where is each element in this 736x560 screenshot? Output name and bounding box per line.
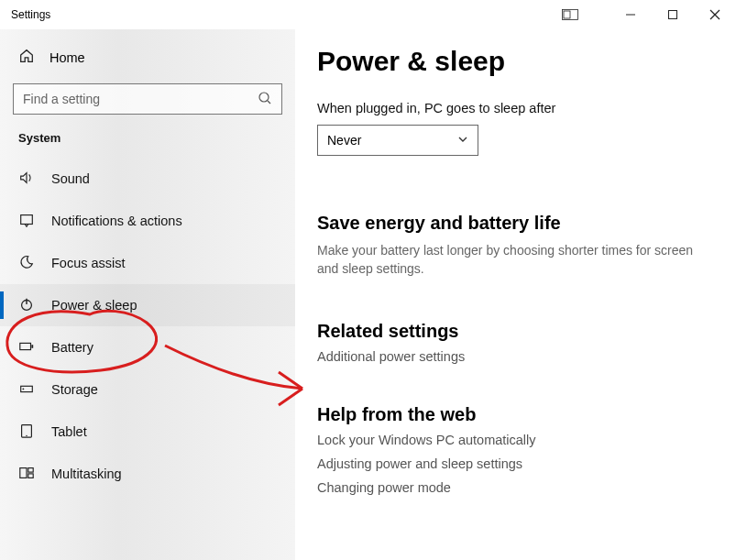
sleep-label: When plugged in, PC goes to sleep after (317, 101, 714, 115)
sidebar-item-label: Notifications & actions (51, 214, 182, 228)
sidebar-item-label: Power & sleep (51, 298, 137, 313)
multitask-icon (18, 465, 35, 484)
sidebar-item-label: Multitasking (51, 467, 122, 481)
maximize-button[interactable] (652, 0, 694, 29)
sidebar-item-battery[interactable]: Battery (0, 326, 295, 368)
content-pane: Power & sleep When plugged in, PC goes t… (295, 29, 736, 560)
sidebar-item-storage[interactable]: Storage (0, 368, 295, 411)
svg-rect-18 (28, 467, 33, 471)
svg-line-7 (268, 101, 270, 104)
titlebar: Settings (0, 0, 736, 29)
tablet-icon (18, 423, 35, 442)
sidebar-item-sound[interactable]: Sound (0, 158, 295, 200)
sleep-dropdown[interactable]: Never (317, 125, 478, 156)
sidebar-item-label: Storage (51, 382, 98, 397)
power-icon (18, 296, 35, 315)
svg-rect-17 (20, 467, 27, 478)
sidebar-item-multitasking[interactable]: Multitasking (0, 453, 295, 495)
volume-icon (18, 170, 35, 189)
svg-rect-8 (21, 214, 33, 224)
battery-icon (18, 338, 35, 357)
notification-icon (18, 212, 35, 231)
help-link-lock-pc[interactable]: Lock your Windows PC automatically (317, 433, 714, 447)
sidebar-item-tablet[interactable]: Tablet (0, 411, 295, 453)
minimize-button[interactable] (610, 0, 652, 29)
help-link-power-mode[interactable]: Changing power mode (317, 480, 714, 495)
related-heading: Related settings (317, 321, 714, 342)
help-heading: Help from the web (317, 404, 714, 425)
page-heading: Power & sleep (317, 46, 714, 77)
related-link-additional-power[interactable]: Additional power settings (317, 349, 714, 364)
sidebar: Home Find a setting System Sound Notific… (0, 29, 295, 560)
section-label: System (0, 126, 295, 158)
sidebar-item-focus-assist[interactable]: Focus assist (0, 242, 295, 284)
dropdown-value: Never (327, 133, 361, 148)
moon-icon (18, 254, 35, 273)
energy-heading: Save energy and battery life (317, 213, 714, 234)
home-icon (18, 48, 35, 67)
svg-point-16 (26, 434, 27, 435)
nav-list: Sound Notifications & actions Focus assi… (0, 158, 295, 495)
svg-rect-11 (20, 343, 31, 349)
tablet-mode-icon[interactable] (549, 0, 591, 29)
search-icon (258, 91, 272, 108)
svg-rect-12 (31, 345, 33, 348)
window-title: Settings (11, 8, 50, 21)
svg-point-6 (259, 93, 269, 102)
search-placeholder: Find a setting (23, 92, 100, 106)
svg-rect-3 (669, 11, 677, 19)
sidebar-item-label: Battery (51, 340, 93, 355)
energy-text: Make your battery last longer by choosin… (317, 241, 714, 279)
close-button[interactable] (694, 0, 736, 29)
sidebar-item-label: Focus assist (51, 256, 126, 270)
help-link-adjust-power[interactable]: Adjusting power and sleep settings (317, 456, 714, 471)
storage-icon (18, 380, 35, 400)
home-nav[interactable]: Home (0, 37, 295, 78)
svg-rect-19 (28, 473, 33, 478)
window-controls (549, 0, 736, 29)
search-input[interactable]: Find a setting (13, 83, 282, 115)
sidebar-item-label: Tablet (51, 424, 87, 439)
svg-rect-1 (564, 11, 570, 18)
svg-point-14 (23, 388, 25, 390)
sidebar-item-power-sleep[interactable]: Power & sleep (0, 284, 295, 326)
sidebar-item-notifications[interactable]: Notifications & actions (0, 200, 295, 242)
chevron-down-icon (457, 133, 468, 148)
home-label: Home (49, 50, 85, 65)
sidebar-item-label: Sound (51, 171, 90, 186)
